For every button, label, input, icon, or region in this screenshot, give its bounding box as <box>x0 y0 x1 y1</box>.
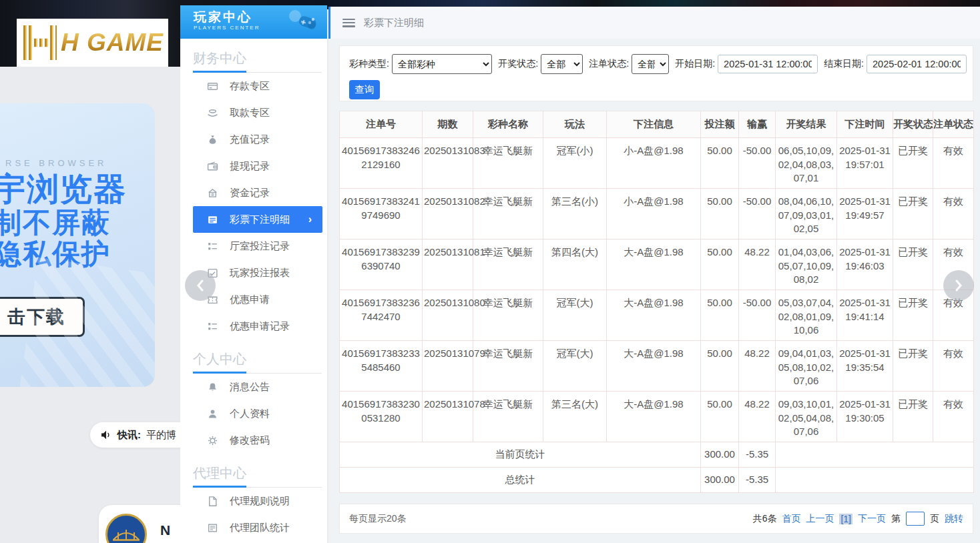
sidebar-item-label: 玩家投注报表 <box>230 267 290 280</box>
table-cell: 已开奖 <box>893 392 933 442</box>
bell-icon <box>207 382 218 393</box>
table-cell: 2025-01-31 19:30:05 <box>837 392 893 442</box>
table-cell: 已开奖 <box>893 290 933 341</box>
column-header: 注单号 <box>340 111 423 138</box>
table-cell: 20250131079 <box>423 341 473 392</box>
lottery-type-select[interactable]: 全部彩种 <box>392 54 492 74</box>
table-cell: 50.00 <box>701 290 739 341</box>
column-header: 输赢 <box>739 111 776 138</box>
table-row: 40156917383241974969020250131082幸运飞艇新第三名… <box>340 189 974 239</box>
table-cell: 已开奖 <box>893 189 933 239</box>
table-cell: 48.22 <box>739 392 776 442</box>
table-cell: 有效 <box>933 138 974 189</box>
sidebar-item-代理团队统计[interactable]: 代理团队统计 <box>193 514 322 541</box>
chevron-left-icon <box>195 279 206 292</box>
sidebar-item-消息公告[interactable]: 消息公告 <box>193 374 322 400</box>
table-cell: 第四名(大) <box>543 239 607 290</box>
table-cell: 幸运飞艇新 <box>473 239 543 290</box>
table-row: 40156917383246212916020250131083幸运飞艇新冠军(… <box>340 138 974 189</box>
carousel-next-button[interactable] <box>943 270 974 301</box>
column-header: 开奖状态 <box>893 111 933 138</box>
jump-prefix-label: 第 <box>891 513 901 525</box>
sidebar-item-label: 优惠申请 <box>230 294 270 306</box>
summary-empty <box>776 468 974 493</box>
hh-logo-text: H GAME <box>61 29 164 57</box>
draw-status-label: 开奖状态: <box>498 58 538 70</box>
sidebar-item-资金记录[interactable]: 资金记录 <box>193 179 322 206</box>
table-row: 40156917383233548546020250131079幸运飞艇新冠军(… <box>340 341 974 392</box>
sidebar-item-label: 代理团队统计 <box>230 522 290 534</box>
table-cell: 401569173832419749690 <box>340 189 423 239</box>
news-icon <box>207 522 218 534</box>
summary-winloss-total: -5.35 <box>739 468 776 493</box>
table-cell: 401569173832462129160 <box>340 138 423 189</box>
table-row: 40156917383239639074020250131081幸运飞艇新第四名… <box>340 239 974 290</box>
first-page-link[interactable]: 首页 <box>782 513 800 525</box>
table-row: 40156917383236744247020250131080幸运飞艇新冠军(… <box>340 290 974 341</box>
sidebar-item-厅室投注记录[interactable]: 厅室投注记录 <box>193 233 322 259</box>
prev-page-link[interactable]: 上一页 <box>806 513 834 525</box>
bet-details-table: 注单号期数彩种名称玩法下注信息投注额输赢开奖结果下注时间开奖状态注单状态 401… <box>339 111 974 493</box>
table-cell: 20250131083 <box>423 138 473 189</box>
table-cell: 小-A盘@1.98 <box>607 138 701 189</box>
sidebar-item-存款专区[interactable]: 存款专区 <box>193 73 322 99</box>
sidebar-item-label: 提现记录 <box>230 160 270 173</box>
download-button[interactable]: 击下载 <box>0 297 85 337</box>
sidebar-item-个人资料[interactable]: 个人资料 <box>193 400 322 427</box>
table-cell: 50.00 <box>701 239 739 290</box>
sidebar-item-彩票下注明细[interactable]: 彩票下注明细› <box>193 206 322 233</box>
table-cell: 已开奖 <box>893 239 933 290</box>
sidebar-item-代理规则说明[interactable]: 代理规则说明 <box>193 488 322 514</box>
page-size-text: 每页显示20条 <box>349 513 407 525</box>
person-icon <box>207 408 218 420</box>
sidebar-item-充值记录[interactable]: 充值记录 <box>193 126 322 153</box>
gamepad-icon <box>280 8 322 36</box>
coupon-record-icon <box>207 321 218 332</box>
table-cell: 大-A盘@1.98 <box>607 341 701 392</box>
table-cell: 幸运飞艇新 <box>473 290 543 341</box>
pagination: 共6条 首页 上一页 [1] 下一页 第 页 跳转 <box>753 512 963 526</box>
summary-bet-total: 300.00 <box>701 442 739 468</box>
column-header: 下注时间 <box>837 111 893 138</box>
search-button[interactable]: 查询 <box>349 80 380 99</box>
bet-detail-icon <box>207 214 218 225</box>
sidebar-item-修改密码[interactable]: 修改密码 <box>193 427 322 454</box>
main-content: 彩票下注明细 彩种类型: 全部彩种 开奖状态: 全部 注单状态: 全部 开始日期… <box>328 7 980 543</box>
table-cell: 2025-01-31 19:57:01 <box>837 138 893 189</box>
table-cell: 01,04,03,06,05,07,10,09,08,02 <box>776 239 837 290</box>
page-title: 彩票下注明细 <box>364 17 424 29</box>
sidebar-item-优惠申请记录[interactable]: 优惠申请记录 <box>193 313 322 340</box>
carousel-prev-button[interactable] <box>185 270 216 301</box>
table-cell: 20250131080 <box>423 290 473 341</box>
table-footer: 每页显示20条 共6条 首页 上一页 [1] 下一页 第 页 跳转 <box>339 504 973 534</box>
ticker-label: 快讯: <box>117 429 141 442</box>
jump-button[interactable]: 跳转 <box>945 513 963 525</box>
draw-status-select[interactable]: 全部 <box>541 54 583 74</box>
jump-page-input[interactable] <box>906 512 925 526</box>
table-cell: 冠军(小) <box>543 138 607 189</box>
table-cell: -50.00 <box>739 290 776 341</box>
gear-icon <box>207 435 218 446</box>
sidebar-item-label: 存款专区 <box>230 80 270 93</box>
column-header: 下注信息 <box>607 111 701 138</box>
sidebar-item-提现记录[interactable]: 提现记录 <box>193 153 322 179</box>
sidebar-item-label: 资金记录 <box>230 187 270 199</box>
sidebar-item-取款专区[interactable]: 取款专区 <box>193 99 322 126</box>
table-cell: 第三名(小) <box>543 189 607 239</box>
browser-ad-banner[interactable]: RSE BROWSER 宇浏览器 制不屏蔽 隐私保护 击下载 <box>0 103 155 387</box>
sidebar-section-title: 财务中心 <box>193 49 322 67</box>
ad-tagline: RSE BROWSER <box>5 158 107 168</box>
column-header: 玩法 <box>543 111 607 138</box>
start-date-input[interactable] <box>718 55 818 73</box>
site-logo-bar: H GAME <box>17 19 168 67</box>
bet-status-select[interactable]: 全部 <box>632 54 669 74</box>
next-page-link[interactable]: 下一页 <box>858 513 886 525</box>
page-topbar: 彩票下注明细 <box>328 7 980 39</box>
table-row: 40156917383230053128020250131078幸运飞艇新第三名… <box>340 392 974 442</box>
sidebar-item-label: 彩票下注明细 <box>230 213 290 226</box>
withdraw-hand-icon <box>207 107 218 119</box>
menu-icon[interactable] <box>342 19 355 27</box>
table-cell: 2025-01-31 19:46:03 <box>837 239 893 290</box>
table-cell: 401569173832335485460 <box>340 341 423 392</box>
end-date-input[interactable] <box>867 55 967 73</box>
